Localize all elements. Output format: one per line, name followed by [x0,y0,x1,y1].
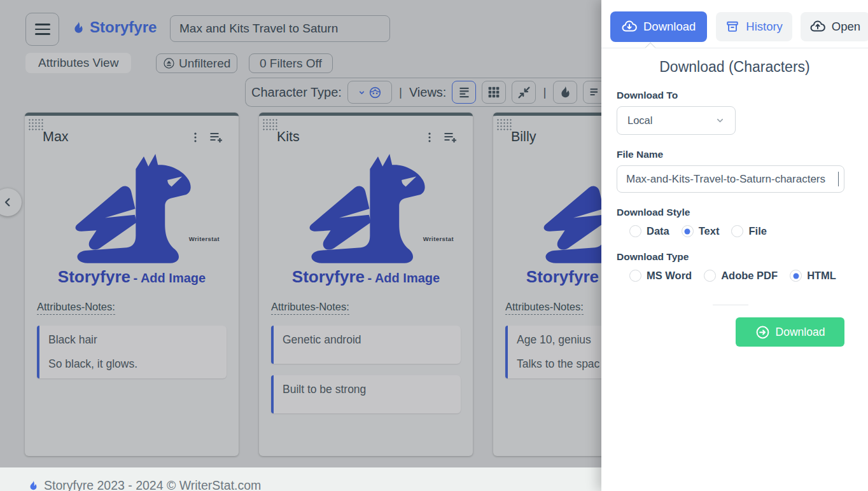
download-submit-button[interactable]: Download [736,317,844,347]
cloud-open-icon [810,19,825,34]
radio-file[interactable]: File [731,225,766,237]
active-tab-caret [645,43,656,53]
flame-icon [28,479,39,491]
archive-icon [725,20,739,34]
file-name-input[interactable]: Max-and-Kits-Travel-to-Saturn-characters [617,165,844,193]
form-divider [713,305,748,305]
radio-data[interactable]: Data [629,225,669,237]
download-style-group: Data Text File [629,225,844,237]
radio-html[interactable]: HTML [790,270,836,282]
copyright-text: Storyfyre 2023 - 2024 © WriterStat.com [44,478,261,491]
cloud-download-icon [622,19,637,34]
download-style-label: Download Style [617,207,844,218]
download-type-group: MS Word Adobe PDF HTML [629,270,844,282]
file-name-label: File Name [617,149,844,160]
panel-title: Download (Characters) [601,59,868,76]
tab-history[interactable]: History [716,12,792,41]
download-type-label: Download Type [617,251,844,263]
chevron-down-icon [715,116,725,125]
tab-divider [601,48,868,48]
text-cursor [838,172,839,186]
tab-open[interactable]: Open [801,12,868,41]
arrow-right-circle-icon [755,325,770,340]
radio-text[interactable]: Text [682,225,720,237]
radio-ms-word[interactable]: MS Word [629,270,692,282]
download-to-label: Download To [617,90,844,101]
download-panel: Download History Open × Download (Charac… [601,0,868,491]
download-to-select[interactable]: Local [617,106,736,135]
tab-download[interactable]: Download [610,11,707,42]
radio-adobe-pdf[interactable]: Adobe PDF [704,270,778,282]
